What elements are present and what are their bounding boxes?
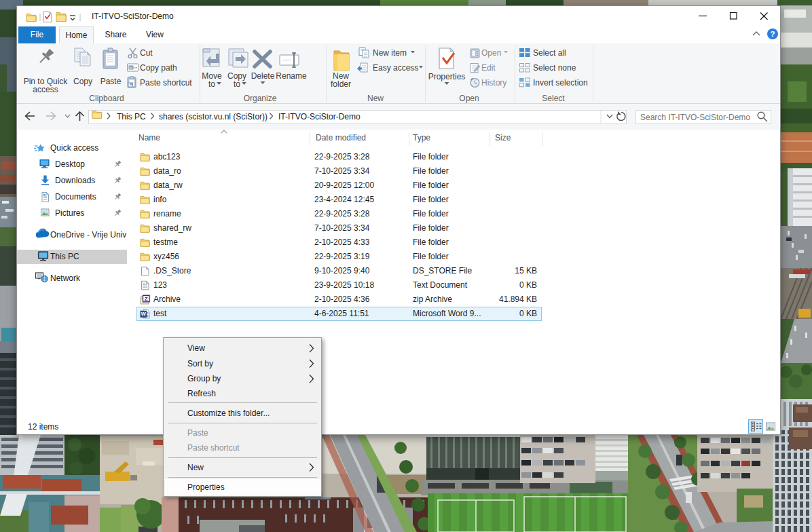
svg-text:?: ? — [770, 30, 775, 38]
svg-text:Z: Z — [145, 296, 148, 302]
svg-text:W: W — [141, 311, 147, 318]
